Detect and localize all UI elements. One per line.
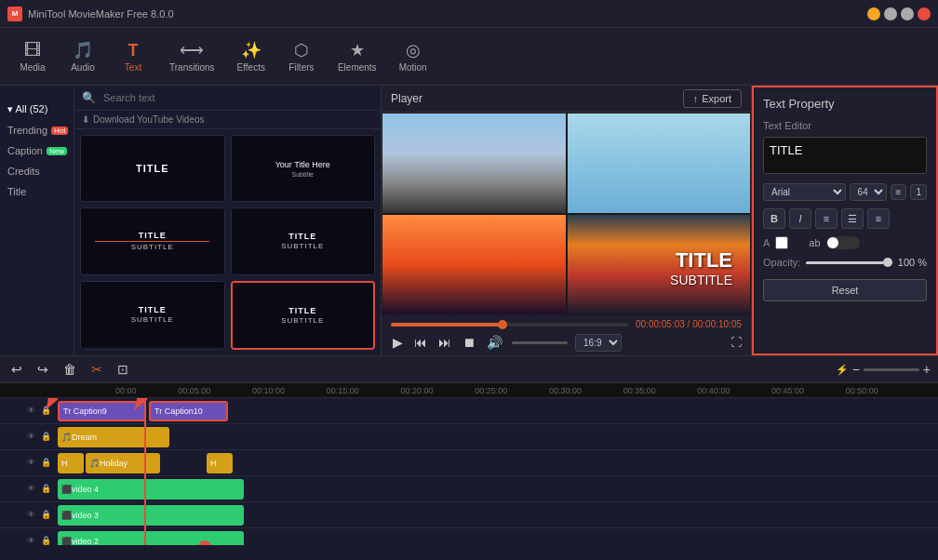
minimize-button[interactable] xyxy=(884,7,897,20)
prev-button[interactable]: ⏮ xyxy=(412,333,429,352)
bg-color-toggle[interactable] xyxy=(826,236,860,249)
search-input[interactable] xyxy=(103,92,373,103)
align-center-button[interactable]: ☰ xyxy=(841,208,864,229)
tool-media[interactable]: 🎞 Media xyxy=(9,37,56,76)
cat-caption[interactable]: Caption New xyxy=(0,140,74,161)
text-card-caption5a[interactable]: TITLE Caption5 xyxy=(80,135,225,202)
tool-transitions[interactable]: ⟷ Transitions xyxy=(160,36,224,76)
text-editor[interactable]: TITLE xyxy=(763,137,927,174)
volume-slider[interactable] xyxy=(512,341,568,344)
holiday-h1-clip[interactable]: H xyxy=(58,453,84,473)
track-lock-icon[interactable]: 🔒 xyxy=(41,406,52,417)
preview-subtitle: SUBTITLE xyxy=(281,242,324,250)
opacity-fill xyxy=(806,261,883,264)
tool-text-label: Text xyxy=(125,62,141,73)
app-icon: M xyxy=(7,7,22,21)
track-vis-icon[interactable]: 👁 xyxy=(27,432,38,443)
bold-button[interactable]: B xyxy=(763,208,785,229)
tool-text[interactable]: T Text xyxy=(110,37,156,76)
video4-clip[interactable]: ⬛ video 4 xyxy=(58,479,244,500)
track-caption: 👁 🔒 Tr Caption9 Tr Caption10 xyxy=(0,398,938,424)
video3-clip[interactable]: ⬛ video 3 xyxy=(58,505,244,526)
tool-effects[interactable]: ✨ Effects xyxy=(228,36,275,76)
transitions-icon: ⟷ xyxy=(180,40,204,60)
editor-label: Text Editor xyxy=(763,120,927,131)
close-button[interactable] xyxy=(918,7,931,20)
card-preview: TITLE SUBTITLE xyxy=(232,208,375,273)
redo-button[interactable]: ↪ xyxy=(34,360,52,379)
card-label: Caption10 xyxy=(233,348,374,350)
panel-title: Text Property xyxy=(763,97,927,111)
cat-title[interactable]: Title xyxy=(0,181,74,202)
tool-filters[interactable]: ⬡ Filters xyxy=(278,36,325,76)
color-label: A xyxy=(763,237,770,248)
clip-label: video 3 xyxy=(72,511,99,520)
zoom-slider[interactable] xyxy=(864,368,919,371)
reset-button[interactable]: Reset xyxy=(763,279,927,301)
text-card-caption7[interactable]: TITLE SUBTITLE Caption7 xyxy=(80,207,225,274)
crop-button[interactable]: ⊡ xyxy=(114,360,132,379)
clip-icon: 🎵 xyxy=(61,433,72,442)
cat-caption-label: Caption xyxy=(7,145,43,156)
cat-all[interactable]: ▾ All (52) xyxy=(0,99,74,120)
undo-button[interactable]: ↩ xyxy=(7,360,26,379)
maximize-button[interactable] xyxy=(901,7,914,20)
tool-motion[interactable]: ◎ Motion xyxy=(390,36,436,76)
align-right-button[interactable]: ≡ xyxy=(867,208,890,229)
export-button[interactable]: ↑ Export xyxy=(683,89,742,108)
zoom-out-button[interactable]: − xyxy=(852,362,860,377)
track-vis-icon[interactable]: 👁 xyxy=(27,510,38,521)
italic-button[interactable]: I xyxy=(789,208,811,229)
download-bar[interactable]: ⬇ Download YouTube Videos xyxy=(74,111,381,129)
tool-elements[interactable]: ★ Elements xyxy=(328,36,386,76)
track-lock-icon[interactable]: 🔒 xyxy=(41,536,52,546)
delete-button[interactable]: 🗑 xyxy=(60,360,80,379)
caption10-clip[interactable]: Tr Caption10 xyxy=(149,401,228,421)
timeline-area: ↩ ↪ 🗑 ✂ ⊡ ⚡ − + 00:00 00:05:00 00:10:00 … xyxy=(0,355,938,560)
font-select[interactable]: Arial xyxy=(763,183,846,201)
text-card-caption5b[interactable]: Your Title Here Subtitle Caption5 xyxy=(231,135,376,202)
cat-credits[interactable]: Credits xyxy=(0,161,74,181)
numbering-button[interactable]: 1 xyxy=(910,184,927,200)
text-card-caption9[interactable]: TITLE SUBTITLE Caption9 xyxy=(80,281,225,350)
holiday-h2-clip[interactable]: H xyxy=(207,453,233,473)
text-card-caption10[interactable]: TITLE SUBTITLE Caption10 xyxy=(231,281,376,350)
track-video4-content: ⬛ video 4 xyxy=(56,476,938,501)
cut-button[interactable]: ✂ xyxy=(87,360,106,379)
font-size-select[interactable]: 64 32 48 72 xyxy=(850,183,887,201)
track-lock-icon[interactable]: 🔒 xyxy=(41,484,52,495)
clip-icon: 🎵 xyxy=(89,459,100,468)
progress-bar[interactable] xyxy=(391,323,628,327)
opacity-slider[interactable] xyxy=(806,261,891,264)
holiday-clip[interactable]: 🎵 Holiday xyxy=(86,453,160,473)
track-vis-icon[interactable]: 👁 xyxy=(27,536,38,546)
track-lock-icon[interactable]: 🔒 xyxy=(41,510,52,521)
preview-title: TITLE xyxy=(139,231,167,240)
track-vis-icon[interactable]: 👁 xyxy=(27,484,38,495)
caption9-clip[interactable]: Tr Caption9 xyxy=(58,401,146,421)
cat-all-label: ▾ All (52) xyxy=(7,103,47,115)
volume-button[interactable]: 🔊 xyxy=(485,333,504,352)
track-vis-icon[interactable]: 👁 xyxy=(27,406,38,417)
video2-clip[interactable]: ⬛ video 2 xyxy=(58,531,244,545)
cat-trending[interactable]: Trending Hot xyxy=(0,120,74,140)
titlebar: M MiniTool MovieMaker Free 8.0.0 xyxy=(0,0,938,28)
zoom-in-button[interactable]: + xyxy=(923,362,931,377)
track-vis-icon[interactable]: 👁 xyxy=(27,458,38,469)
tool-audio[interactable]: 🎵 Audio xyxy=(60,36,106,76)
aspect-ratio-select[interactable]: 16:9 4:3 1:1 xyxy=(575,334,622,352)
next-button[interactable]: ⏭ xyxy=(436,333,453,352)
dream-clip[interactable]: 🎵 Dream xyxy=(58,427,169,447)
track-lock-icon[interactable]: 🔒 xyxy=(41,458,52,469)
list-button[interactable]: ≡ xyxy=(891,184,907,200)
track-dream-controls: 👁 🔒 xyxy=(0,432,56,443)
fullscreen-button[interactable]: ⛶ xyxy=(730,336,742,349)
text-card-caption8[interactable]: TITLE SUBTITLE Caption8 xyxy=(231,207,376,274)
left-panel: ▾ All (52) Trending Hot Caption New Cred… xyxy=(0,86,382,355)
pin-button[interactable] xyxy=(867,7,880,20)
stop-button[interactable]: ⏹ xyxy=(461,333,477,352)
text-color-swatch[interactable] xyxy=(775,236,788,249)
track-lock-icon[interactable]: 🔒 xyxy=(41,432,52,443)
align-left-button[interactable]: ≡ xyxy=(815,208,838,229)
play-button[interactable]: ▶ xyxy=(391,333,405,352)
